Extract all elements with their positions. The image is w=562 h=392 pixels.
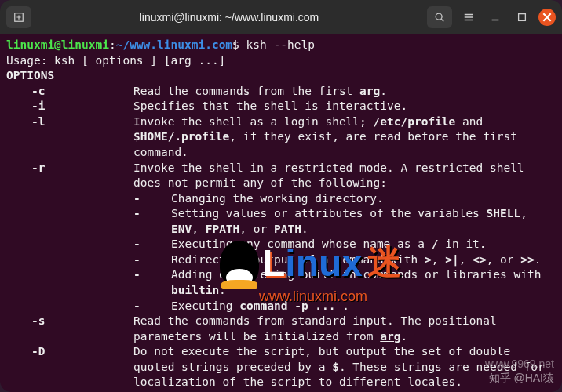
usage-line: Usage: ksh [ options ] [arg ...] [6, 53, 556, 69]
option-row: -sRead the commands from standard input.… [6, 314, 556, 344]
option-flag: -l [6, 114, 133, 161]
terminal-window: linuxmi@linuxmi: ~/www.linuxmi.com linux… [0, 0, 562, 392]
prompt-user: linuxmi@linuxmi [6, 38, 109, 51]
svg-rect-9 [519, 14, 526, 21]
sub-item: -Redirecting output of a command with >,… [6, 252, 556, 268]
hamburger-icon [463, 12, 474, 23]
close-icon [542, 12, 553, 23]
option-row: -cRead the commands from the first arg. [6, 84, 556, 100]
option-desc: Specifies that the shell is interactive. [133, 99, 556, 114]
menu-button[interactable] [458, 7, 479, 27]
option-flag: -s [6, 314, 133, 344]
option-flag: -i [6, 99, 133, 114]
option-flag: -D [6, 344, 133, 390]
sub-item: -Executing command -p ... . [6, 299, 556, 314]
titlebar: linuxmi@linuxmi: ~/www.linuxmi.com [0, 0, 562, 34]
close-button[interactable] [538, 9, 556, 26]
maximize-icon [516, 12, 527, 23]
prompt-path: ~/www.linuxmi.com [116, 38, 232, 51]
options-list: -cRead the commands from the first arg.-… [6, 84, 556, 390]
option-desc: Do not execute the script, but output th… [133, 344, 556, 390]
window-title: linuxmi@linuxmi: ~/www.linuxmi.com [38, 11, 421, 24]
command-text: ksh --help [246, 38, 315, 51]
new-tab-icon [13, 12, 24, 23]
prompt-line: linuxmi@linuxmi:~/www.linuxmi.com$ ksh -… [6, 38, 556, 53]
minimize-button[interactable] [485, 7, 505, 27]
svg-line-4 [441, 19, 443, 21]
options-header: OPTIONS [6, 68, 556, 84]
minimize-icon [490, 12, 501, 23]
option-row: -DDo not execute the script, but output … [6, 344, 556, 390]
terminal-body[interactable]: linuxmi@linuxmi:~/www.linuxmi.com$ ksh -… [0, 34, 562, 392]
sub-item: -Executing any command whose name as a /… [6, 237, 556, 252]
option-row: -lInvoke the shell as a login shell; /et… [6, 114, 556, 161]
option-row: -rInvoke the shell in a restricted mode.… [6, 161, 556, 191]
new-tab-button[interactable] [6, 6, 31, 28]
sub-item: -Changing the working directory. [6, 191, 556, 207]
sub-item: -Setting values or attributes of the var… [6, 206, 556, 237]
option-desc: Read the commands from the first arg. [133, 84, 556, 100]
search-button[interactable] [427, 6, 452, 28]
option-flag: -r [6, 161, 133, 191]
search-icon [434, 12, 445, 23]
option-row: -iSpecifies that the shell is interactiv… [6, 99, 556, 114]
svg-point-3 [436, 13, 442, 20]
sub-item: -Adding or deleting built-in commands or… [6, 267, 556, 298]
option-desc: Invoke the shell in a restricted mode. A… [133, 161, 556, 191]
option-flag: -c [6, 84, 133, 100]
option-desc: Read the commands from standard input. T… [133, 314, 556, 344]
option-desc: Invoke the shell as a login shell; /etc/… [133, 114, 556, 161]
maximize-button[interactable] [512, 7, 532, 27]
